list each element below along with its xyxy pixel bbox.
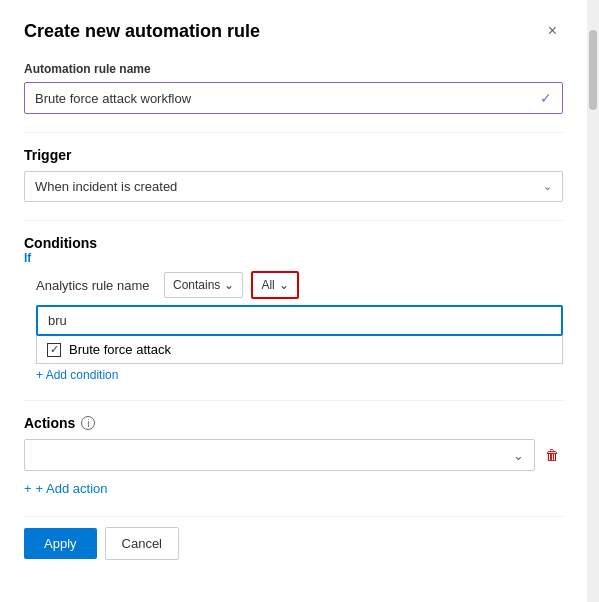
- brute-force-label: Brute force attack: [69, 342, 171, 357]
- divider-3: [24, 400, 563, 401]
- if-label: If: [24, 251, 563, 265]
- trigger-section: Trigger When incident is created ⌄: [24, 147, 563, 202]
- dropdown-option-brute-force[interactable]: ✓ Brute force attack: [37, 336, 562, 363]
- scrollbar[interactable]: [587, 0, 599, 602]
- dialog-header: Create new automation rule ×: [24, 20, 563, 42]
- condition-search-input[interactable]: [36, 305, 563, 336]
- trigger-chevron-icon: ⌄: [543, 180, 552, 193]
- conditions-section: Conditions If Analytics rule name Contai…: [24, 235, 563, 382]
- trigger-value: When incident is created: [35, 179, 177, 194]
- condition-value-text: All: [261, 278, 274, 292]
- dialog-title: Create new automation rule: [24, 21, 260, 42]
- rule-name-input[interactable]: [35, 91, 540, 106]
- action-chevron-icon: ⌄: [513, 448, 524, 463]
- actions-section: Actions i ⌄ 🗑 + + Add action: [24, 415, 563, 496]
- divider-1: [24, 132, 563, 133]
- add-condition-button[interactable]: + Add condition: [24, 368, 118, 382]
- close-button[interactable]: ×: [542, 20, 563, 42]
- checkbox-checkmark-icon: ✓: [50, 343, 59, 356]
- add-action-label: + Add action: [36, 481, 108, 496]
- rule-name-section: Automation rule name ✓: [24, 62, 563, 114]
- create-automation-dialog: Create new automation rule × Automation …: [0, 0, 599, 602]
- trigger-select[interactable]: When incident is created ⌄: [24, 171, 563, 202]
- actions-info-icon[interactable]: i: [81, 416, 95, 430]
- dropdown-container: ✓ Brute force attack: [24, 305, 563, 364]
- value-chevron-icon: ⌄: [279, 278, 289, 292]
- add-action-button[interactable]: + + Add action: [24, 481, 563, 496]
- condition-row: Analytics rule name Contains ⌄ All ⌄: [24, 271, 563, 299]
- rule-name-input-wrapper: ✓: [24, 82, 563, 114]
- footer: Apply Cancel: [24, 516, 563, 560]
- dropdown-options: ✓ Brute force attack: [36, 336, 563, 364]
- divider-2: [24, 220, 563, 221]
- action-row: ⌄ 🗑: [24, 439, 563, 471]
- brute-force-checkbox[interactable]: ✓: [47, 343, 61, 357]
- actions-label: Actions: [24, 415, 75, 431]
- apply-button[interactable]: Apply: [24, 528, 97, 559]
- conditions-label: Conditions: [24, 235, 97, 251]
- scrollbar-thumb[interactable]: [589, 30, 597, 110]
- cancel-button[interactable]: Cancel: [105, 527, 179, 560]
- actions-header: Actions i: [24, 415, 563, 431]
- rule-name-label: Automation rule name: [24, 62, 563, 76]
- operator-chevron-icon: ⌄: [224, 278, 234, 292]
- dialog-content: Create new automation rule × Automation …: [0, 0, 587, 602]
- condition-operator-select[interactable]: Contains ⌄: [164, 272, 243, 298]
- trigger-label: Trigger: [24, 147, 563, 163]
- condition-operator-value: Contains: [173, 278, 220, 292]
- plus-icon: +: [24, 481, 32, 496]
- valid-checkmark-icon: ✓: [540, 90, 552, 106]
- condition-value-select[interactable]: All ⌄: [251, 271, 298, 299]
- action-select[interactable]: ⌄: [24, 439, 535, 471]
- delete-action-icon[interactable]: 🗑: [541, 443, 563, 467]
- condition-field-label: Analytics rule name: [36, 278, 156, 293]
